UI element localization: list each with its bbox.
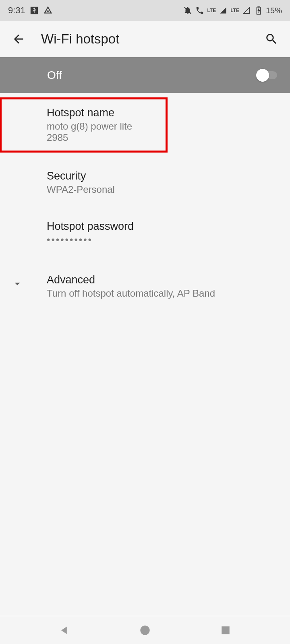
svg-point-5 (140, 625, 149, 635)
lte-label-2: LTE (230, 8, 239, 13)
hotspot-toggle-label: Off (47, 69, 256, 82)
nav-square-icon (220, 625, 231, 636)
triangle-alert-icon (43, 6, 53, 15)
usb-icon (29, 6, 39, 15)
status-bar-right: LTE LTE 15% (183, 6, 282, 15)
svg-rect-4 (258, 6, 259, 7)
setting-hotspot-password[interactable]: Hotspot password •••••••••• (0, 210, 290, 256)
setting-subtitle: moto g(8) power lite 2985 (47, 121, 155, 143)
svg-point-1 (48, 11, 48, 12)
call-lte-icon (195, 6, 205, 15)
page-title: Wi-Fi hotspot (41, 31, 260, 47)
setting-title: Security (47, 170, 278, 182)
status-bar-left: 9:31 (8, 5, 53, 16)
search-icon (265, 32, 278, 46)
settings-list: Hotspot name moto g(8) power lite 2985 S… (0, 93, 290, 616)
setting-hotspot-name[interactable]: Hotspot name moto g(8) power lite 2985 (0, 98, 167, 152)
signal-icon-2 (242, 6, 251, 15)
svg-rect-6 (222, 626, 230, 634)
setting-title: Advanced (47, 274, 278, 286)
setting-title: Hotspot password (47, 220, 278, 233)
setting-advanced[interactable]: Advanced Turn off hotspot automatically,… (0, 263, 290, 310)
chevron-down-icon (11, 278, 23, 291)
search-button[interactable] (260, 28, 283, 50)
nav-circle-icon (139, 625, 151, 636)
nav-recent-button[interactable] (209, 618, 242, 642)
hotspot-toggle-row[interactable]: Off (0, 57, 290, 93)
setting-subtitle: •••••••••• (47, 234, 278, 246)
switch-thumb (256, 69, 269, 82)
nav-triangle-icon (59, 625, 70, 636)
battery-charging-icon (254, 6, 263, 15)
dnd-icon (183, 6, 193, 15)
arrow-back-icon (12, 32, 25, 46)
setting-subtitle: WPA2-Personal (47, 184, 278, 195)
setting-subtitle: Turn off hotspot automatically, AP Band (47, 288, 278, 299)
battery-percent: 15% (266, 6, 282, 15)
signal-icon-1 (218, 6, 228, 15)
setting-security[interactable]: Security WPA2-Personal (0, 159, 290, 206)
app-bar: Wi-Fi hotspot (0, 21, 290, 57)
status-time: 9:31 (8, 5, 25, 16)
navigation-bar (0, 616, 290, 644)
back-button[interactable] (7, 28, 30, 50)
nav-back-button[interactable] (48, 618, 81, 642)
status-bar: 9:31 LTE LTE 15% (0, 0, 290, 21)
setting-title: Hotspot name (47, 107, 155, 119)
lte-label: LTE (207, 8, 216, 13)
nav-home-button[interactable] (129, 618, 161, 642)
hotspot-switch[interactable] (256, 68, 279, 83)
